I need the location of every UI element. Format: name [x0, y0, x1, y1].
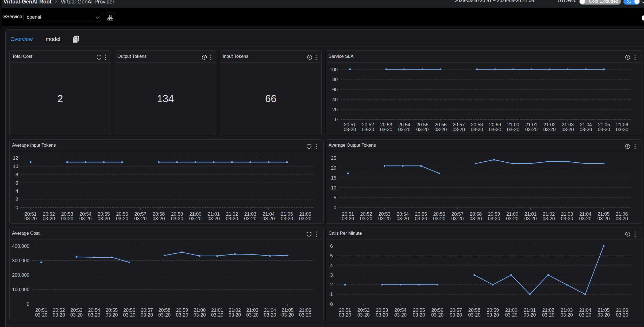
svg-text:20: 20: [332, 107, 338, 112]
svg-text:21:02: 21:02: [542, 307, 554, 313]
svg-text:03-20: 03-20: [396, 216, 409, 221]
svg-text:03-20: 03-20: [450, 312, 462, 318]
svg-text:03-20: 03-20: [579, 312, 591, 318]
svg-text:20: 20: [331, 165, 336, 171]
svg-text:20:55: 20:55: [106, 307, 118, 313]
svg-text:80: 80: [332, 77, 338, 82]
svg-text:03-20: 03-20: [451, 216, 464, 221]
svg-text:03-20: 03-20: [434, 127, 447, 132]
svg-text:03-20: 03-20: [378, 216, 391, 221]
svg-text:21:06: 21:06: [616, 307, 628, 313]
svg-text:03-20: 03-20: [281, 312, 294, 318]
svg-text:03-20: 03-20: [246, 312, 259, 318]
svg-text:03-20: 03-20: [453, 127, 465, 132]
svg-text:21:03: 21:03: [246, 307, 259, 313]
svg-text:03-20: 03-20: [416, 127, 429, 132]
svg-text:20:51: 20:51: [344, 122, 356, 127]
svg-text:20:59: 20:59: [176, 307, 188, 313]
svg-text:6: 6: [16, 180, 18, 186]
svg-text:8: 8: [16, 172, 18, 177]
svg-text:03-20: 03-20: [207, 216, 220, 221]
svg-text:03-20: 03-20: [61, 216, 73, 221]
svg-text:20:52: 20:52: [357, 307, 369, 313]
svg-text:03-20: 03-20: [88, 312, 100, 318]
svg-text:03-20: 03-20: [579, 216, 591, 221]
svg-text:20:58: 20:58: [468, 307, 480, 313]
svg-text:03-20: 03-20: [597, 312, 610, 318]
svg-text:0: 0: [334, 205, 336, 210]
svg-text:03-20: 03-20: [616, 216, 628, 221]
svg-text:20:56: 20:56: [435, 122, 447, 127]
svg-text:03-20: 03-20: [344, 127, 356, 132]
svg-text:03-20: 03-20: [123, 312, 135, 318]
svg-text:0: 0: [27, 302, 29, 307]
svg-text:03-20: 03-20: [376, 312, 388, 318]
svg-text:03-20: 03-20: [116, 216, 128, 221]
svg-text:20:57: 20:57: [141, 307, 153, 313]
svg-text:15: 15: [331, 175, 336, 181]
svg-text:20:53: 20:53: [380, 122, 392, 127]
svg-text:03-20: 03-20: [580, 127, 592, 132]
svg-text:03-20: 03-20: [299, 216, 311, 221]
svg-text:25: 25: [331, 155, 336, 161]
svg-text:03-20: 03-20: [153, 216, 165, 221]
svg-text:03-20: 03-20: [211, 312, 223, 318]
svg-text:03-20: 03-20: [70, 312, 83, 318]
svg-text:03-20: 03-20: [616, 127, 628, 132]
svg-text:03-20: 03-20: [470, 216, 482, 221]
svg-text:0: 0: [330, 302, 333, 307]
svg-text:21:04: 21:04: [264, 307, 276, 313]
svg-text:3: 3: [330, 272, 333, 278]
svg-text:03-20: 03-20: [98, 216, 110, 221]
svg-text:03-20: 03-20: [597, 216, 610, 221]
svg-text:2: 2: [16, 197, 18, 202]
svg-text:20:55: 20:55: [417, 122, 429, 127]
svg-text:03-20: 03-20: [53, 312, 65, 318]
svg-text:4: 4: [16, 188, 18, 194]
svg-text:03-20: 03-20: [616, 312, 628, 318]
svg-text:20:54: 20:54: [88, 307, 100, 313]
svg-text:20:59: 20:59: [487, 307, 499, 313]
svg-text:03-20: 03-20: [561, 312, 573, 318]
svg-text:20:52: 20:52: [362, 122, 374, 127]
svg-text:03-20: 03-20: [488, 216, 500, 221]
svg-text:03-20: 03-20: [507, 127, 519, 132]
svg-text:20:54: 20:54: [398, 122, 410, 127]
svg-text:10: 10: [13, 164, 18, 169]
svg-text:03-20: 03-20: [342, 216, 354, 221]
svg-text:300,000: 300,000: [12, 258, 29, 263]
svg-text:03-20: 03-20: [471, 127, 483, 132]
svg-text:03-20: 03-20: [598, 127, 610, 132]
svg-text:20:52: 20:52: [53, 307, 65, 313]
svg-text:20:56: 20:56: [123, 307, 135, 313]
svg-text:03-20: 03-20: [141, 312, 153, 318]
svg-text:21:01: 21:01: [211, 307, 223, 313]
svg-text:03-20: 03-20: [229, 312, 241, 318]
svg-text:21:05: 21:05: [597, 307, 610, 313]
svg-text:03-20: 03-20: [43, 216, 55, 221]
svg-text:100,000: 100,000: [12, 287, 29, 292]
svg-text:03-20: 03-20: [24, 216, 37, 221]
svg-text:03-20: 03-20: [468, 312, 480, 318]
svg-text:03-20: 03-20: [264, 312, 276, 318]
svg-text:03-20: 03-20: [339, 312, 351, 318]
svg-text:10: 10: [331, 185, 336, 191]
svg-text:03-20: 03-20: [561, 216, 573, 221]
svg-text:1: 1: [330, 292, 333, 297]
svg-text:03-20: 03-20: [134, 216, 146, 221]
svg-text:12: 12: [13, 155, 18, 161]
svg-text:21:01: 21:01: [525, 122, 537, 127]
svg-text:03-20: 03-20: [505, 312, 517, 318]
svg-text:5: 5: [330, 253, 333, 258]
svg-text:03-20: 03-20: [263, 216, 275, 221]
svg-text:03-20: 03-20: [79, 216, 92, 221]
svg-text:0: 0: [335, 117, 338, 122]
svg-text:21:03: 21:03: [561, 307, 573, 313]
svg-text:03-20: 03-20: [380, 127, 392, 132]
svg-text:03-20: 03-20: [189, 216, 202, 221]
svg-text:03-20: 03-20: [543, 127, 556, 132]
svg-text:100: 100: [330, 67, 338, 72]
svg-text:03-20: 03-20: [431, 312, 444, 318]
svg-text:03-20: 03-20: [194, 312, 206, 318]
svg-text:03-20: 03-20: [281, 216, 293, 221]
